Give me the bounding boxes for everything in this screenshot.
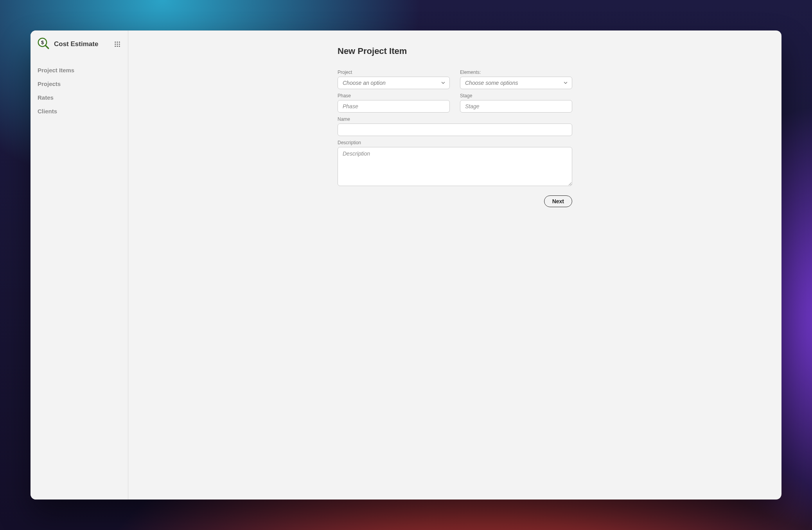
project-label: Project [338,70,450,75]
sidebar-item-clients[interactable]: Clients [31,104,128,118]
apps-grid-icon[interactable] [114,41,121,48]
svg-point-8 [115,46,116,47]
svg-point-4 [119,41,120,43]
logo-dollar-magnifier-icon: $ [37,37,50,52]
svg-text:$: $ [41,39,44,45]
sidebar-item-project-items[interactable]: Project Items [31,63,128,77]
main-content: New Project Item Project Choose an optio… [128,30,781,500]
next-button[interactable]: Next [544,195,572,207]
stage-label: Stage [460,93,572,98]
svg-point-2 [115,41,116,43]
app-window: $ Cost Estimate Project Items Projects [31,30,781,500]
sidebar-item-label: Clients [38,108,57,115]
form-actions: Next [338,195,572,207]
elements-label: Elements: [460,70,572,75]
name-input[interactable] [338,124,572,136]
sidebar-item-label: Projects [38,81,61,87]
project-select[interactable]: Choose an option [338,77,450,89]
app-title: Cost Estimate [54,40,98,48]
form-grid: Project Choose an option Elements: Choos… [338,70,572,207]
page-title: New Project Item [338,46,572,56]
sidebar-item-label: Rates [38,94,54,101]
sidebar-item-projects[interactable]: Projects [31,77,128,91]
sidebar-nav: Project Items Projects Rates Clients [31,58,128,124]
phase-input[interactable] [338,100,450,113]
description-textarea[interactable] [338,147,572,186]
field-phase: Phase [338,93,450,113]
new-project-item-form: New Project Item Project Choose an optio… [338,46,572,207]
field-project: Project Choose an option [338,70,450,89]
svg-point-9 [117,46,118,47]
svg-point-10 [119,46,120,47]
sidebar-item-rates[interactable]: Rates [31,91,128,104]
svg-point-5 [115,44,116,45]
svg-point-6 [117,44,118,45]
name-label: Name [338,116,572,122]
field-elements: Elements: Choose some options [460,70,572,89]
elements-select-wrapper: Choose some options [460,77,572,89]
field-name: Name [338,116,572,136]
phase-label: Phase [338,93,450,98]
description-label: Description [338,140,572,145]
sidebar-item-label: Project Items [38,67,74,73]
svg-point-7 [119,44,120,45]
field-stage: Stage [460,93,572,113]
svg-point-3 [117,41,118,43]
elements-select[interactable]: Choose some options [460,77,572,89]
brand: $ Cost Estimate [37,37,98,52]
sidebar: $ Cost Estimate Project Items Projects [31,30,128,500]
field-description: Description [338,140,572,186]
project-select-wrapper: Choose an option [338,77,450,89]
stage-input[interactable] [460,100,572,113]
sidebar-header: $ Cost Estimate [31,30,128,58]
